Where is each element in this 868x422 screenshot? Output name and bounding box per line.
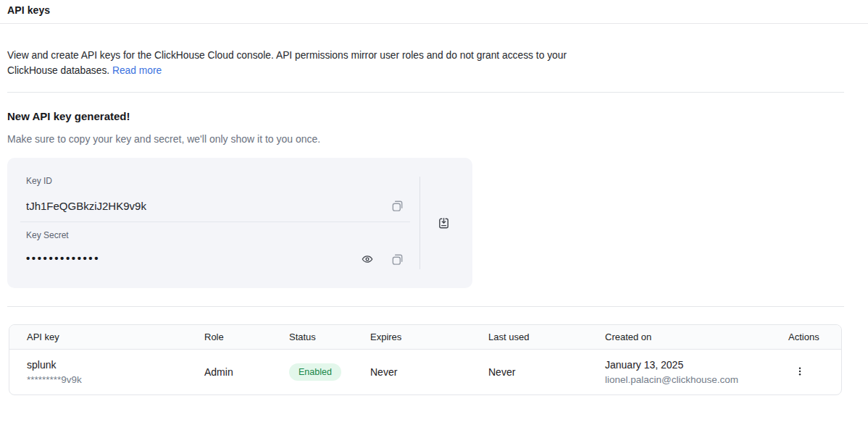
kebab-menu-icon [794, 366, 806, 379]
eye-icon [361, 253, 374, 266]
divider [7, 306, 844, 307]
last-used-cell: Never [488, 366, 605, 378]
card-vertical-divider [420, 177, 420, 269]
key-secret-masked-value: ••••••••••••• [26, 252, 100, 264]
download-icon [437, 216, 451, 230]
created-date: January 13, 2025 [605, 358, 788, 372]
key-id-label: Key ID [26, 176, 52, 186]
page-title: API keys [7, 4, 50, 16]
api-key-name: splunk [27, 358, 204, 372]
expires-cell: Never [370, 366, 488, 378]
column-header-expires: Expires [370, 332, 488, 342]
api-key-masked: *********9v9k [27, 372, 204, 387]
copy-icon [391, 199, 404, 213]
new-key-banner-title: New API key generated! [7, 110, 130, 122]
row-actions-button[interactable] [791, 363, 809, 381]
column-header-actions: Actions [788, 332, 841, 342]
divider [7, 92, 844, 93]
column-header-role: Role [204, 332, 289, 342]
role-cell: Admin [204, 366, 289, 378]
column-header-last-used: Last used [488, 332, 605, 342]
page-description-text: View and create API keys for the ClickHo… [7, 50, 567, 76]
copy-icon [391, 253, 404, 266]
generated-key-card: Key ID tJh1FeQGBkziJ2HK9v9k Key Secret •… [7, 158, 472, 288]
api-keys-page: API keys View and create API keys for th… [0, 0, 868, 422]
table-row: splunk *********9v9k Admin Enabled Never… [9, 350, 841, 394]
show-secret-button[interactable] [359, 250, 376, 268]
column-header-status: Status [289, 332, 370, 342]
column-header-created-on: Created on [605, 332, 788, 342]
read-more-link[interactable]: Read more [112, 65, 162, 76]
status-badge: Enabled [289, 363, 341, 381]
copy-key-secret-button[interactable] [388, 250, 406, 268]
page-description: View and create API keys for the ClickHo… [7, 48, 609, 78]
divider [0, 23, 868, 24]
table-header-row: API key Role Status Expires Last used Cr… [9, 325, 841, 350]
download-credentials-button[interactable] [432, 211, 455, 235]
created-by-email: lionel.palacin@clickhouse.com [605, 372, 788, 387]
api-keys-table: API key Role Status Expires Last used Cr… [9, 324, 842, 395]
new-key-banner-subtitle: Make sure to copy your key and secret, w… [7, 133, 320, 145]
column-header-api-key: API key [27, 332, 204, 342]
status-cell: Enabled [289, 363, 370, 381]
key-secret-label: Key Secret [26, 230, 69, 240]
copy-key-id-button[interactable] [388, 197, 406, 214]
actions-cell [788, 363, 841, 381]
api-key-name-cell: splunk *********9v9k [27, 358, 204, 387]
card-divider [20, 221, 410, 222]
created-on-cell: January 13, 2025 lionel.palacin@clickhou… [605, 358, 788, 387]
key-id-value: tJh1FeQGBkziJ2HK9v9k [26, 200, 146, 212]
